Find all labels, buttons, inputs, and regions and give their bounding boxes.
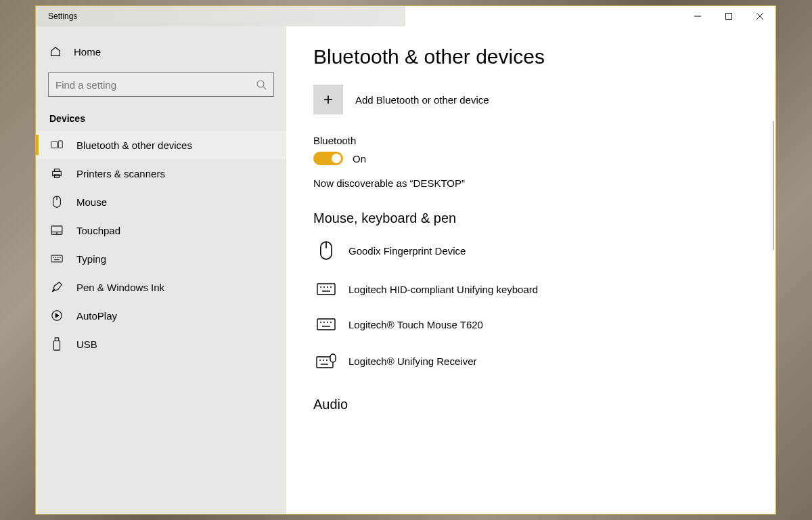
pen-icon	[51, 281, 63, 293]
scrollbar[interactable]	[773, 121, 774, 250]
svg-point-4	[257, 81, 264, 87]
content-panel: Bluetooth & other devices + Add Bluetoot…	[286, 26, 775, 514]
svg-rect-28	[317, 284, 335, 295]
minimize-button[interactable]	[682, 6, 713, 26]
device-name: Logitech® Unifying Receiver	[348, 355, 476, 367]
settings-window: Settings Home	[35, 5, 776, 515]
sidebar-item-label: Touchpad	[76, 225, 120, 236]
autoplay-icon	[51, 309, 63, 322]
keyboard-mouse-icon	[316, 353, 336, 368]
device-name: Logitech® Touch Mouse T620	[348, 319, 483, 330]
discoverable-text: Now discoverable as “DESKTOP”	[313, 177, 748, 189]
svg-line-5	[263, 87, 266, 89]
svg-rect-24	[55, 338, 58, 341]
close-button[interactable]	[744, 6, 775, 26]
sidebar-home[interactable]: Home	[36, 39, 286, 64]
sidebar-item-mouse[interactable]: Mouse	[36, 188, 286, 216]
svg-rect-1	[726, 14, 732, 20]
page-title: Bluetooth & other devices	[313, 45, 748, 68]
maximize-button[interactable]	[713, 6, 744, 26]
svg-rect-8	[53, 171, 62, 175]
sidebar-item-label: Pen & Windows Ink	[76, 282, 164, 293]
keyboard-icon	[316, 318, 336, 330]
printer-icon	[51, 167, 63, 179]
plus-icon: +	[313, 85, 343, 114]
sidebar-item-autoplay[interactable]: AutoPlay	[36, 301, 286, 330]
device-name: Goodix Fingerprint Device	[348, 245, 466, 257]
svg-rect-16	[51, 255, 62, 262]
sidebar-item-touchpad[interactable]: Touchpad	[36, 216, 286, 244]
sidebar-item-usb[interactable]: USB	[36, 330, 286, 358]
sidebar-home-label: Home	[74, 46, 101, 58]
sidebar-item-printers[interactable]: Printers & scanners	[36, 159, 286, 188]
sidebar-item-label: Typing	[76, 253, 106, 265]
search-icon	[256, 79, 267, 90]
keyboard-icon	[316, 283, 336, 295]
group-input-title: Mouse, keyboard & pen	[313, 211, 748, 226]
home-icon	[49, 45, 62, 58]
device-name: Logitech HID-compliant Unifying keyboard	[348, 284, 538, 295]
mouse-icon	[316, 241, 336, 260]
sidebar-item-label: AutoPlay	[76, 310, 117, 322]
svg-rect-6	[51, 142, 58, 148]
usb-icon	[51, 338, 63, 350]
device-row[interactable]: Logitech® Touch Mouse T620	[313, 314, 748, 349]
keyboard-icon	[51, 253, 63, 265]
svg-rect-7	[58, 141, 62, 148]
sidebar-item-label: Mouse	[76, 196, 107, 208]
search-box[interactable]	[48, 72, 274, 97]
mouse-icon	[51, 196, 63, 208]
bluetooth-devices-icon	[51, 139, 63, 151]
sidebar-item-label: Bluetooth & other devices	[76, 139, 192, 151]
add-device-label: Add Bluetooth or other device	[355, 94, 489, 106]
sidebar-item-pen[interactable]: Pen & Windows Ink	[36, 273, 286, 301]
sidebar: Home Devices Bluetooth & other d	[36, 26, 286, 514]
search-input[interactable]	[55, 79, 256, 91]
sidebar-item-label: USB	[76, 339, 97, 350]
group-audio-title: Audio	[313, 397, 748, 412]
svg-rect-25	[53, 341, 60, 350]
window-controls	[682, 6, 775, 26]
sidebar-item-bluetooth[interactable]: Bluetooth & other devices	[36, 131, 286, 159]
sidebar-item-typing[interactable]: Typing	[36, 244, 286, 273]
touchpad-icon	[51, 224, 63, 236]
add-device-row[interactable]: + Add Bluetooth or other device	[313, 85, 748, 114]
window-title: Settings	[48, 12, 77, 21]
sidebar-section-header: Devices	[36, 104, 286, 131]
bluetooth-label: Bluetooth	[313, 135, 748, 146]
sidebar-item-label: Printers & scanners	[76, 168, 165, 179]
bluetooth-toggle[interactable]	[313, 152, 343, 165]
device-row[interactable]: Goodix Fingerprint Device	[313, 237, 748, 279]
svg-rect-45	[330, 354, 336, 362]
device-row[interactable]: Logitech® Unifying Receiver	[313, 349, 748, 387]
svg-rect-34	[317, 319, 335, 330]
svg-rect-9	[54, 169, 59, 172]
device-row[interactable]: Logitech HID-compliant Unifying keyboard	[313, 279, 748, 314]
bluetooth-toggle-state: On	[353, 153, 366, 165]
titlebar: Settings	[36, 6, 775, 26]
